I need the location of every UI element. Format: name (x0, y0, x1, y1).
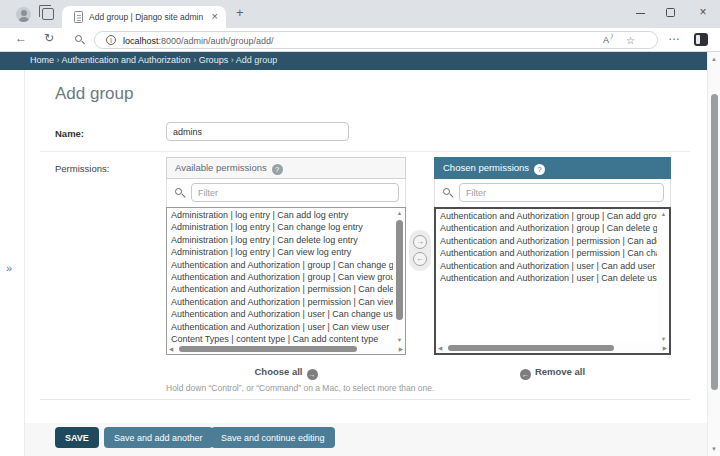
scroll-left-icon[interactable]: ◀ (169, 346, 173, 352)
permission-option[interactable]: Administration | log entry | Can change … (167, 221, 393, 233)
tab-close-icon[interactable]: × (212, 10, 218, 22)
permission-option[interactable]: Authentication and Authorization | group… (436, 210, 657, 222)
minimize-icon (636, 13, 645, 14)
save-and-add-button[interactable]: Save and add another (104, 427, 213, 448)
list-vertical-scrollbar[interactable]: ▲ ▼ (394, 208, 405, 344)
remove-all-label: Remove all (535, 366, 585, 377)
page-scrollbar-thumb[interactable] (711, 94, 718, 390)
chosen-permissions-list[interactable]: Authentication and Authorization | group… (434, 207, 671, 355)
window-minimize-button[interactable] (626, 0, 656, 26)
available-permissions-title: Available permissions (175, 162, 267, 173)
list-scrollbar-thumb[interactable] (448, 345, 614, 352)
new-tab-button[interactable]: + (236, 5, 244, 20)
save-button[interactable]: SAVE (55, 427, 99, 448)
save-and-continue-button[interactable]: Save and continue editing (211, 427, 335, 448)
list-scrollbar-thumb[interactable] (179, 346, 357, 353)
remove-all-link[interactable]: ←Remove all (434, 366, 671, 380)
form-row-divider (40, 151, 690, 152)
permission-option[interactable]: Authentication and Authorization | permi… (436, 247, 657, 259)
profile-avatar-icon[interactable] (16, 7, 31, 22)
available-permissions-header: Available permissions? (166, 157, 406, 179)
chosen-filter-row (434, 179, 671, 207)
name-field[interactable] (166, 122, 349, 141)
choose-all-label: Choose all (254, 366, 302, 377)
permission-option[interactable]: Authentication and Authorization | user … (436, 272, 657, 284)
list-horizontal-scrollbar[interactable]: ◀ ▶ (436, 343, 669, 353)
scroll-up-icon[interactable]: ▲ (658, 211, 669, 217)
scroll-up-icon[interactable]: ▲ (394, 210, 405, 216)
permission-option[interactable]: Authentication and Authorization | user … (167, 308, 393, 320)
url-path: :8000/admin/auth/group/add/ (159, 36, 274, 46)
browser-window: Add group | Django site admin × + × ← ↻ … (0, 0, 720, 456)
available-permissions-box: Available permissions? Administration | … (166, 157, 406, 355)
help-icon: ? (534, 164, 545, 175)
available-filter-input[interactable] (191, 183, 399, 202)
more-menu-icon[interactable]: … (668, 29, 681, 43)
permission-option[interactable]: Administration | log entry | Can delete … (167, 234, 393, 246)
permission-option[interactable]: Authentication and Authorization | permi… (167, 283, 393, 295)
chosen-filter-input[interactable] (459, 183, 664, 202)
chosen-permissions-header: Chosen permissions? (434, 157, 671, 179)
chosen-permissions-box: Chosen permissions? Authentication and A… (434, 157, 671, 355)
favorite-star-icon[interactable]: ☆ (626, 35, 635, 46)
scroll-down-icon[interactable]: ▼ (708, 446, 720, 452)
permission-option[interactable]: Authentication and Authorization | permi… (436, 235, 657, 247)
available-permissions-list[interactable]: Administration | log entry | Can add log… (166, 207, 406, 355)
url-text[interactable]: localhost:8000/admin/auth/group/add/ (123, 36, 274, 46)
selector-mover: → ← (409, 230, 431, 271)
window-close-button[interactable]: × (688, 0, 718, 26)
list-scrollbar-thumb[interactable] (396, 220, 403, 320)
breadcrumb: HomeAuthentication and AuthorizationGrou… (0, 52, 707, 70)
search-icon[interactable] (75, 35, 82, 42)
available-filter-row (166, 179, 406, 207)
permission-option[interactable]: Authentication and Authorization | user … (167, 321, 393, 333)
breadcrumb-links: HomeAuthentication and AuthorizationGrou… (30, 55, 236, 65)
filter-search-icon (443, 188, 450, 195)
read-aloud-icon[interactable]: A (603, 35, 609, 45)
scroll-right-icon[interactable]: ▶ (399, 346, 403, 352)
scroll-down-icon[interactable]: ▼ (658, 336, 669, 342)
window-maximize-button[interactable] (656, 0, 686, 26)
workspaces-icon[interactable] (42, 8, 54, 20)
chosen-options: Authentication and Authorization | group… (436, 210, 657, 284)
filter-search-icon (175, 188, 182, 195)
scroll-left-icon[interactable]: ◀ (438, 345, 442, 351)
permission-option[interactable]: Authentication and Authorization | group… (167, 271, 393, 283)
move-right-icon[interactable]: → (413, 235, 427, 249)
choose-all-link[interactable]: Choose all→ (166, 366, 406, 380)
permission-option[interactable]: Authentication and Authorization | group… (167, 259, 393, 271)
refresh-icon[interactable]: ↻ (44, 31, 54, 45)
breadcrumb-link[interactable]: Home (30, 55, 62, 65)
page-scrollbar[interactable]: ▲ ▼ (707, 52, 720, 456)
page-favicon-icon (74, 11, 83, 23)
sidebar-toggle-icon[interactable] (694, 33, 708, 46)
breadcrumb-link[interactable]: Groups (199, 55, 236, 65)
browser-toolbar: ← ↻ i localhost:8000/admin/auth/group/ad… (0, 28, 720, 52)
choose-all-arrow-icon: → (307, 369, 318, 380)
breadcrumb-link[interactable]: Authentication and Authorization (62, 55, 199, 65)
tab-strip: Add group | Django site admin × + × (0, 0, 720, 28)
permissions-label: Permissions: (55, 163, 109, 174)
name-label: Name: (55, 128, 84, 139)
nav-sidebar-toggle[interactable]: » (6, 262, 12, 274)
content-divider (40, 399, 690, 400)
permission-option[interactable]: Administration | log entry | Can view lo… (167, 246, 393, 258)
permission-option[interactable]: Authentication and Authorization | permi… (167, 296, 393, 308)
permission-option[interactable]: Authentication and Authorization | user … (436, 260, 657, 272)
scroll-right-icon[interactable]: ▶ (663, 345, 667, 351)
active-tab[interactable]: Add group | Django site admin × (62, 6, 226, 28)
permission-option[interactable]: Administration | log entry | Can add log… (167, 209, 393, 221)
permission-option[interactable]: Authentication and Authorization | group… (436, 222, 657, 234)
breadcrumb-current: Add group (236, 55, 278, 65)
list-vertical-scrollbar[interactable]: ▲ ▼ (658, 209, 669, 343)
available-options: Administration | log entry | Can add log… (167, 209, 393, 345)
scroll-down-icon[interactable]: ▼ (394, 337, 405, 343)
back-icon[interactable]: ← (15, 31, 27, 45)
address-bar[interactable]: i localhost:8000/admin/auth/group/add/ A… (94, 31, 658, 49)
maximize-icon (666, 8, 675, 17)
site-info-icon[interactable]: i (106, 35, 116, 45)
move-left-icon[interactable]: ← (413, 252, 427, 266)
scroll-up-icon[interactable]: ▲ (708, 56, 720, 62)
submit-row: SAVE Save and add another Save and conti… (25, 423, 707, 456)
list-horizontal-scrollbar[interactable]: ◀ ▶ (167, 344, 405, 354)
